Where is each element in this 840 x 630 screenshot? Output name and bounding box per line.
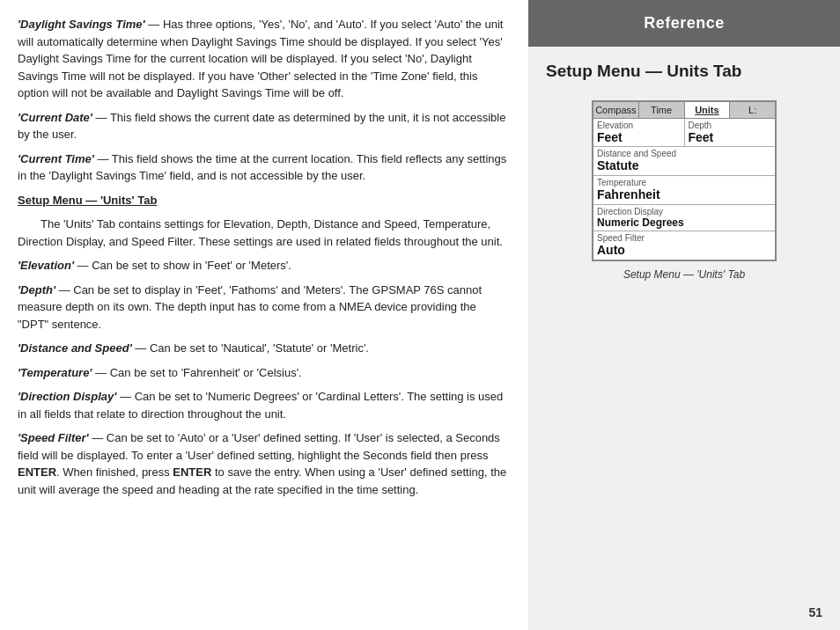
- screen-caption: Setup Menu — 'Units' Tab: [546, 268, 822, 281]
- para-speed-filter: 'Speed Filter' — Can be set to 'Auto' or…: [18, 429, 507, 498]
- units-intro: The 'Units' Tab contains settings for El…: [18, 216, 507, 250]
- current-date-label: 'Current Date': [18, 111, 92, 124]
- temp-label: Temperature: [597, 178, 771, 187]
- depth-cell: Depth Feet: [685, 119, 776, 148]
- dir-label: 'Direction Display': [18, 390, 116, 403]
- current-time-label: 'Current Time': [18, 152, 94, 165]
- para-depth: 'Depth' — Can be set to display in 'Feet…: [18, 282, 507, 333]
- para-elevation: 'Elevation' — Can be set to show in 'Fee…: [18, 257, 507, 275]
- elevation-value: Feet: [597, 130, 681, 145]
- daylight-label: 'Daylight Savings Time': [18, 18, 145, 31]
- direction-row: Direction Display Numeric Degrees: [593, 205, 775, 231]
- para-direction: 'Direction Display' — Can be set to 'Num…: [18, 388, 507, 422]
- para-temperature: 'Temperature' — Can be set to 'Fahrenhei…: [18, 364, 507, 382]
- elevation-cell: Elevation Feet: [593, 119, 685, 148]
- para-current-date: 'Current Date' — This field shows the cu…: [18, 109, 507, 143]
- tab-units[interactable]: Units: [685, 102, 731, 118]
- tab-time[interactable]: Time: [639, 102, 685, 118]
- speed-filter-row: Speed Filter Auto: [593, 231, 775, 260]
- section-heading: Setup Menu — 'Units' Tab: [18, 192, 507, 209]
- speed-filter-value: Auto: [597, 243, 771, 258]
- left-column: 'Daylight Savings Time' — Has three opti…: [0, 0, 528, 630]
- tab-l[interactable]: L:: [730, 102, 775, 118]
- depth-label: 'Depth': [18, 283, 55, 297]
- reference-title: Reference: [644, 14, 725, 32]
- enter1: ENTER: [18, 465, 56, 479]
- temp-value: Fahrenheit: [597, 187, 771, 202]
- tabs-row: Compass Time Units L:: [593, 102, 775, 119]
- dist-label: 'Distance and Speed': [18, 341, 132, 355]
- right-column: Reference Setup Menu — Units Tab Compass…: [528, 0, 840, 630]
- depth-label: Depth: [689, 121, 772, 130]
- temp-label: 'Temperature': [18, 366, 92, 379]
- enter2: ENTER: [173, 465, 211, 479]
- setup-menu-title: Setup Menu — Units Tab: [546, 61, 822, 83]
- tab-compass[interactable]: Compass: [593, 102, 639, 118]
- depth-value: Feet: [689, 130, 772, 145]
- device-screen: Compass Time Units L: Elevation Feet Dep…: [592, 100, 777, 262]
- right-header: Reference: [528, 0, 840, 47]
- speed-filter-label: Speed Filter: [597, 233, 771, 243]
- temperature-row: Temperature Fahrenheit: [593, 176, 775, 205]
- dist-speed-value: Statute: [597, 158, 771, 173]
- direction-value: Numeric Degrees: [597, 216, 771, 229]
- elev-label: 'Elevation': [18, 259, 74, 272]
- elevation-label: Elevation: [597, 121, 681, 130]
- direction-label: Direction Display: [597, 207, 771, 216]
- right-content: Setup Menu — Units Tab Compass Time Unit…: [528, 47, 840, 295]
- page-number: 51: [808, 605, 822, 619]
- speed-label: 'Speed Filter': [18, 431, 89, 444]
- para-dist-speed: 'Distance and Speed' — Can be set to 'Na…: [18, 340, 507, 357]
- para-current-time: 'Current Time' — This field shows the ti…: [18, 150, 507, 185]
- elev-depth-row: Elevation Feet Depth Feet: [593, 119, 775, 148]
- dist-speed-row: Distance and Speed Statute: [593, 147, 775, 176]
- dist-speed-label: Distance and Speed: [597, 149, 771, 158]
- para-daylight: 'Daylight Savings Time' — Has three opti…: [18, 16, 507, 102]
